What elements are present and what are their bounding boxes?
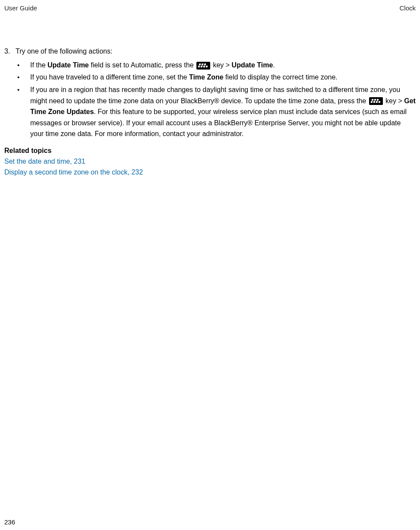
header-left: User Guide	[4, 4, 37, 12]
bullet-marker: •	[17, 60, 30, 70]
related-link-1[interactable]: Set the date and time, 231	[4, 156, 416, 167]
related-link-2[interactable]: Display a second time zone on the clock,…	[4, 167, 416, 178]
related-topics-heading: Related topics	[4, 146, 416, 156]
bullet-marker: •	[17, 84, 30, 95]
menu-key-icon	[369, 97, 383, 105]
page-number: 236	[4, 518, 15, 526]
bullet-item-2: If you have traveled to a different time…	[30, 72, 416, 83]
bullet-marker: •	[17, 72, 30, 83]
bullet-item-1: If the Update Time field is set to Autom…	[30, 60, 416, 71]
step-text: Try one of the following actions:	[16, 46, 416, 57]
bullet-item-3: If you are in a region that has recently…	[30, 84, 416, 140]
menu-key-icon	[196, 62, 210, 70]
step-number: 3.	[4, 46, 16, 57]
header-right: Clock	[399, 4, 416, 12]
